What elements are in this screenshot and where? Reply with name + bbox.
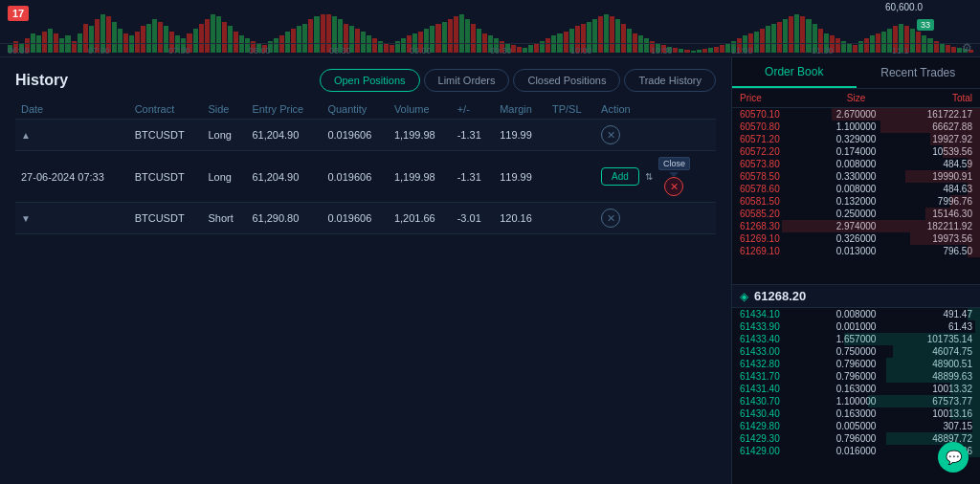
ob-ask-row: 60573.800.008000484.59 (732, 158, 980, 170)
chart-time-axis: 06:3007:0007:3008:0008:3009:0009:3010:00… (0, 43, 980, 56)
row-side: Long (202, 151, 246, 203)
tab-trade-history[interactable]: Trade History (624, 69, 716, 92)
ob-bid-row: 61434.100.008000491.47 (732, 308, 980, 320)
history-table: DateContractSideEntry PriceQuantityVolum… (15, 99, 716, 234)
ob-size: 0.132000 (817, 196, 895, 207)
ob-ask-row: 60572.200.17400010539.56 (732, 145, 980, 158)
close-tooltip: Close✕ (658, 157, 690, 196)
ob-fill-bar (975, 320, 980, 333)
ob-price: 61431.40 (740, 384, 817, 394)
transfer-icon[interactable]: ⇅ (645, 171, 653, 182)
ob-bid-row: 61432.800.79600048900.51 (732, 358, 980, 370)
ob-price: 60573.80 (740, 159, 817, 169)
ob-fill-bar (972, 420, 980, 432)
close-position-button[interactable]: ✕ (601, 125, 620, 144)
ob-mid-icon: ◈ (740, 290, 748, 303)
ob-bid-row: 61430.701.10000067573.77 (732, 395, 980, 407)
time-label: 11:00 (731, 46, 812, 55)
ob-ask-row: 60571.200.32900019927.92 (732, 133, 980, 145)
row-volume: 1,201.66 (389, 203, 452, 234)
tab-group: Open PositionsLimit OrdersClosed Positio… (320, 69, 716, 92)
ob-total: 10539.56 (895, 146, 972, 157)
ob-price: 61269.10 (740, 233, 817, 244)
time-label: 09:00 (410, 46, 490, 55)
ob-total: 48899.63 (895, 371, 972, 382)
ob-col-price: Price (740, 93, 817, 103)
ob-tab-recent-trades[interactable]: Recent Trades (857, 57, 981, 88)
ob-price: 61429.30 (740, 433, 817, 444)
row-margin: 119.99 (494, 120, 546, 151)
expand-icon[interactable]: ▼ (21, 213, 31, 224)
col-date: Date (15, 99, 129, 120)
tab-limit-orders[interactable]: Limit Orders (424, 69, 510, 92)
ob-ask-row: 60578.500.33000019990.91 (732, 170, 980, 183)
expand-icon[interactable]: ▲ (21, 130, 31, 141)
ob-tab-group: Order BookRecent Trades (732, 57, 980, 89)
ob-size: 0.163000 (817, 384, 895, 394)
ob-total: 46074.75 (895, 346, 972, 357)
ob-bid-row: 61429.800.005000307.15 (732, 420, 980, 432)
tab-open-positions[interactable]: Open Positions (320, 69, 420, 92)
row-entry-price: 61,204.90 (246, 151, 322, 203)
ob-size: 0.250000 (817, 209, 895, 219)
ob-size: 0.330000 (817, 171, 895, 182)
ob-price: 60570.80 (740, 121, 817, 132)
ob-price: 61268.30 (740, 221, 817, 231)
tab-closed-positions[interactable]: Closed Positions (513, 69, 620, 92)
ob-size: 0.008000 (817, 309, 895, 319)
row-entry-price: 61,204.90 (246, 120, 322, 151)
ob-price: 61429.00 (740, 446, 817, 456)
row-volume: 1,199.98 (389, 120, 452, 151)
col-tp-sl: TP/SL (546, 99, 595, 120)
chat-icon[interactable]: 💬 (938, 442, 969, 473)
row-entry-price: 61,290.80 (246, 203, 322, 234)
row-action: ✕ (595, 203, 716, 234)
ob-price: 61269.10 (740, 246, 817, 256)
row-action: Add⇅Close✕ (595, 151, 716, 203)
ob-size: 0.329000 (817, 134, 895, 144)
time-label: 10:00 (570, 46, 651, 55)
time-label: 11:30 (812, 46, 892, 55)
ob-total: 19990.91 (895, 171, 972, 182)
col-margin: Margin (494, 99, 546, 120)
row-action: ✕ (595, 120, 716, 151)
ob-column-headers: PriceSizeTotal (732, 89, 980, 108)
row-contract: BTCUSDT (129, 203, 203, 234)
ob-ask-row: 60570.102.670000161722.17 (732, 108, 980, 121)
row-pnl: -1.31 (452, 151, 495, 203)
row-contract: BTCUSDT (129, 151, 203, 203)
ob-ask-row: 61269.100.013000796.50 (732, 245, 980, 257)
ob-price: 61434.10 (740, 309, 817, 319)
ob-total: 484.63 (895, 184, 972, 194)
ob-total: 10013.16 (895, 408, 972, 419)
ob-size: 0.796000 (817, 371, 895, 382)
row-volume: 1,199.98 (389, 151, 452, 203)
row-side: Long (202, 120, 246, 151)
ob-total: 796.50 (895, 246, 972, 256)
add-button[interactable]: Add (601, 167, 639, 186)
ob-ask-row: 61268.302.974000182211.92 (732, 220, 980, 232)
ob-mid-price: ◈ 61268.20 (732, 284, 980, 308)
ob-price: 60572.20 (740, 146, 817, 157)
ob-ask-row: 61269.100.32600019973.56 (732, 232, 980, 245)
row-quantity: 0.019606 (322, 203, 388, 234)
ob-ask-row: 60578.600.008000484.63 (732, 183, 980, 195)
chart-settings-icon[interactable]: ⚙ (962, 41, 972, 55)
row-contract: BTCUSDT (129, 120, 203, 151)
close-position-button[interactable]: ✕ (664, 177, 683, 196)
ob-size: 0.013000 (817, 246, 895, 256)
ob-bid-row: 61433.401.657000101735.14 (732, 333, 980, 345)
ob-price: 61433.90 (740, 321, 817, 332)
ob-total: 491.47 (895, 309, 972, 319)
time-label: 07:00 (88, 46, 168, 55)
ob-price: 61430.70 (740, 396, 817, 407)
ob-tab-order-book[interactable]: Order Book (732, 57, 857, 88)
ob-size: 2.670000 (817, 109, 895, 120)
close-position-button[interactable]: ✕ (601, 209, 620, 228)
panel-header: History Open PositionsLimit OrdersClosed… (15, 69, 716, 92)
col-volume: Volume (389, 99, 452, 120)
ob-total: 19927.92 (895, 134, 972, 144)
chart-price-label: 60,600.0 (885, 2, 923, 12)
row-margin: 119.99 (494, 151, 546, 203)
table-header: DateContractSideEntry PriceQuantityVolum… (15, 99, 716, 120)
